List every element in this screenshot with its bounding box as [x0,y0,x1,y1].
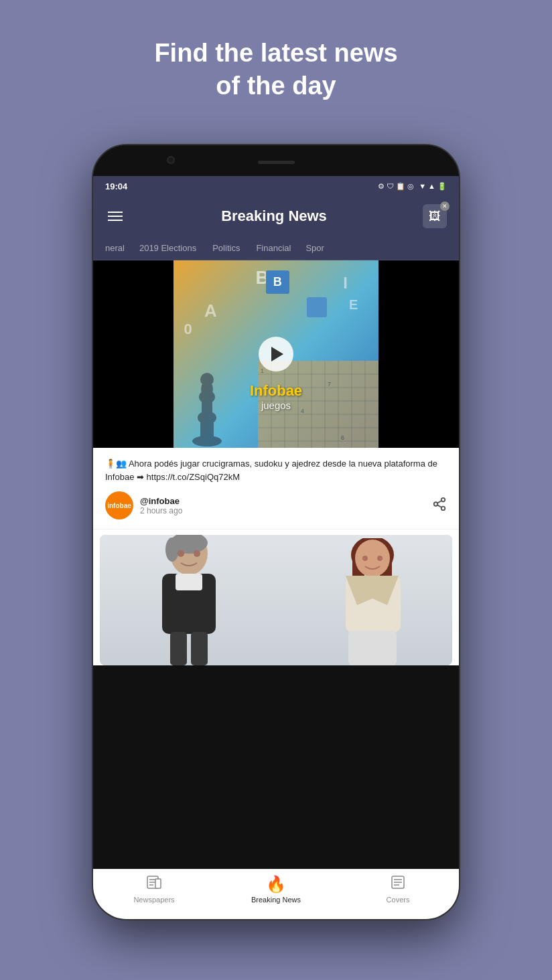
svg-point-26 [441,497,445,501]
hamburger-button[interactable] [105,209,125,224]
svg-line-29 [437,505,441,507]
share-button[interactable] [432,497,447,515]
svg-text:7: 7 [328,381,331,388]
tab-sports[interactable]: Spor [299,236,330,260]
news-image-card[interactable] [100,535,452,665]
header-action-button[interactable]: 🖼 ✕ [423,204,447,228]
media-card[interactable]: B I A 0 E [93,260,459,448]
svg-text:1: 1 [261,368,264,374]
status-icons: ⚙ 🛡 📋 ◎ ▼ ▲ 🔋 [378,182,447,191]
page-background: Find the latest news of the day 19:04 ⚙ … [0,0,552,980]
tab-elections[interactable]: 2019 Elections [131,236,204,260]
svg-text:6: 6 [341,434,344,441]
bottom-nav: Newspapers 🔥 Breaking News [93,869,459,919]
covers-icon [390,875,406,894]
nav-item-breaking-news[interactable]: 🔥 Breaking News [215,875,337,911]
play-button[interactable] [259,337,293,372]
nav-item-covers[interactable]: Covers [337,875,459,911]
svg-rect-52 [155,879,161,888]
tab-general[interactable]: neral [98,236,131,260]
tweet-text: 🧍👥 Ahora podés jugar crucigramas, sudoku… [105,457,447,483]
tweet-avatar: infobae [105,491,133,519]
svg-rect-39 [191,632,208,665]
svg-line-30 [437,500,441,503]
page-header: Find the latest news of the day [0,0,552,116]
tweet-username: @infobae [140,496,182,506]
svg-rect-35 [176,574,202,590]
svg-rect-22 [202,401,212,420]
svg-point-43 [355,540,390,577]
svg-point-44 [362,556,368,561]
svg-point-36 [178,550,184,557]
tab-politics[interactable]: Politics [204,236,248,260]
person-right [320,538,424,665]
app-header: Breaking News 🖼 ✕ [93,196,459,236]
phone-device: 19:04 ⚙ 🛡 📋 ◎ ▼ ▲ 🔋 Breaking [92,144,460,920]
category-tabs: neral 2019 Elections Politics Financial … [93,236,459,260]
svg-rect-38 [170,632,187,665]
status-time: 19:04 [105,181,127,191]
svg-point-45 [377,556,383,561]
tweet-time: 2 hours ago [140,506,182,515]
svg-point-27 [434,502,438,506]
svg-point-28 [441,506,445,510]
media-brand-overlay: Infobae juegos [250,382,302,411]
tweet-card: 🧍👥 Ahora podés jugar crucigramas, sudoku… [93,448,459,529]
newspapers-icon [146,875,162,894]
app-title: Breaking News [221,208,327,225]
svg-rect-47 [348,631,397,665]
person-left [135,535,243,665]
nav-label-newspapers: Newspapers [133,896,174,904]
tab-financial[interactable]: Financial [248,236,299,260]
svg-point-33 [165,538,179,562]
nav-item-newspapers[interactable]: Newspapers [93,875,215,911]
content-area: B I A 0 E [93,260,459,665]
status-bar: 19:04 ⚙ 🛡 📋 ◎ ▼ ▲ 🔋 [93,176,459,196]
svg-point-37 [194,550,200,557]
nav-label-breaking-news: Breaking News [251,896,301,904]
nav-label-covers: Covers [387,896,410,904]
breaking-news-icon: 🔥 [266,875,286,894]
svg-point-25 [200,373,214,386]
